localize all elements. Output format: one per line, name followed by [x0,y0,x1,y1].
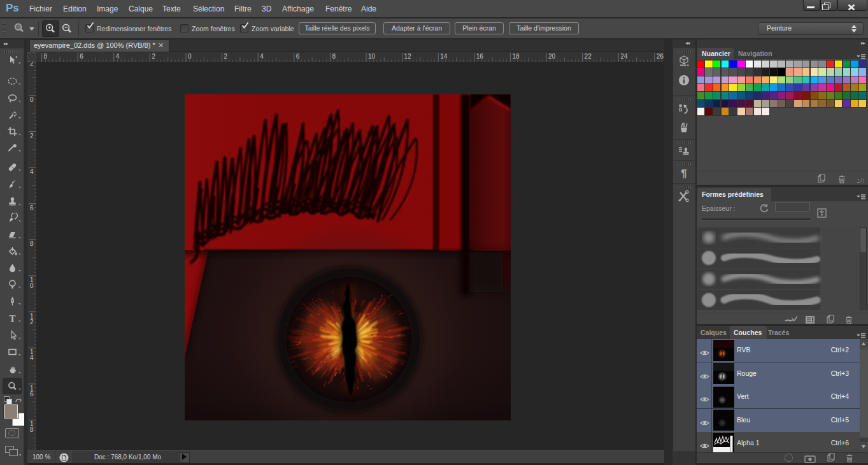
svg-text:2: 2 [224,53,228,60]
svg-text:4: 4 [260,53,264,60]
svg-text:6: 6 [80,53,83,60]
svg-text:6: 6 [30,204,34,211]
svg-text:2: 2 [30,132,34,140]
svg-text:¶: ¶ [681,168,687,180]
svg-text:6: 6 [30,390,34,397]
svg-text:8: 8 [332,53,336,60]
svg-text:14: 14 [440,53,448,60]
svg-text:22: 22 [585,53,592,60]
svg-text:2: 2 [152,53,155,60]
svg-text:8: 8 [30,426,34,433]
svg-text:24: 24 [620,53,628,60]
svg-text:6: 6 [296,53,300,60]
svg-text:T: T [9,313,15,324]
svg-text:12: 12 [404,53,412,60]
svg-text:0: 0 [30,282,34,289]
svg-text:18: 18 [512,53,520,60]
svg-text:4: 4 [30,354,34,361]
svg-text:0: 0 [30,96,34,103]
svg-text:8: 8 [30,240,34,247]
svg-text:2: 2 [30,62,34,67]
svg-text:26: 26 [657,53,664,60]
svg-text:16: 16 [476,53,484,60]
svg-text:4: 4 [116,53,120,60]
svg-text:0: 0 [188,53,192,60]
svg-text:2: 2 [30,318,34,326]
svg-text:10: 10 [368,53,376,60]
svg-text:20: 20 [548,53,556,60]
svg-text:8: 8 [44,53,48,60]
svg-text:4: 4 [30,168,34,175]
